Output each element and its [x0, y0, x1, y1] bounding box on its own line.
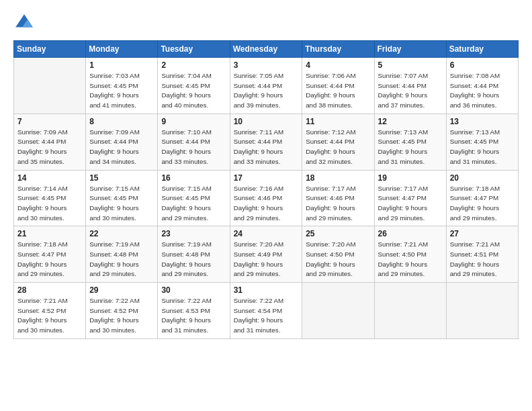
daylight-text2: and 30 minutes. [17, 214, 82, 224]
daylight-text: Daylight: 9 hours [89, 316, 154, 326]
day-info: Sunrise: 7:08 AMSunset: 4:44 PMDaylight:… [450, 71, 515, 111]
calendar-cell: 2Sunrise: 7:04 AMSunset: 4:45 PMDaylight… [158, 58, 230, 114]
calendar-cell: 30Sunrise: 7:22 AMSunset: 4:53 PMDayligh… [158, 283, 230, 339]
sunrise-text: Sunrise: 7:05 AM [234, 71, 299, 81]
day-info: Sunrise: 7:19 AMSunset: 4:48 PMDaylight:… [89, 240, 154, 279]
sunrise-text: Sunrise: 7:07 AM [378, 71, 443, 81]
day-number: 2 [161, 60, 226, 70]
daylight-text: Daylight: 9 hours [161, 316, 226, 326]
sunrise-text: Sunrise: 7:15 AM [89, 184, 154, 194]
sunset-text: Sunset: 4:46 PM [234, 193, 299, 203]
sunset-text: Sunset: 4:50 PM [306, 250, 370, 260]
sunset-text: Sunset: 4:47 PM [17, 250, 82, 260]
daylight-text2: and 39 minutes. [234, 101, 299, 111]
day-info: Sunrise: 7:11 AMSunset: 4:44 PMDaylight:… [234, 128, 299, 167]
calendar-cell: 10Sunrise: 7:11 AMSunset: 4:44 PMDayligh… [230, 113, 302, 170]
day-number: 14 [17, 173, 82, 183]
day-info: Sunrise: 7:15 AMSunset: 4:45 PMDaylight:… [161, 184, 226, 224]
sunrise-text: Sunrise: 7:14 AM [17, 184, 82, 194]
calendar-week-4: 21Sunrise: 7:18 AMSunset: 4:47 PMDayligh… [14, 226, 519, 283]
day-number: 16 [161, 173, 226, 183]
sunrise-text: Sunrise: 7:08 AM [450, 71, 515, 81]
sunrise-text: Sunrise: 7:06 AM [306, 71, 370, 81]
day-number: 31 [234, 285, 299, 295]
sunset-text: Sunset: 4:44 PM [450, 81, 515, 91]
day-number: 5 [378, 60, 443, 70]
sunset-text: Sunset: 4:49 PM [234, 250, 299, 260]
sunrise-text: Sunrise: 7:15 AM [161, 184, 226, 194]
calendar-cell: 23Sunrise: 7:19 AMSunset: 4:48 PMDayligh… [158, 226, 230, 283]
day-number: 30 [161, 285, 226, 295]
calendar-header-friday: Friday [374, 41, 446, 58]
daylight-text2: and 32 minutes. [306, 157, 370, 167]
sunrise-text: Sunrise: 7:03 AM [89, 71, 154, 81]
sunrise-text: Sunrise: 7:18 AM [17, 240, 82, 250]
daylight-text: Daylight: 9 hours [17, 147, 82, 157]
day-info: Sunrise: 7:17 AMSunset: 4:47 PMDaylight:… [378, 184, 443, 224]
sunrise-text: Sunrise: 7:20 AM [306, 240, 370, 250]
sunrise-text: Sunrise: 7:21 AM [17, 296, 82, 306]
calendar-week-5: 28Sunrise: 7:21 AMSunset: 4:52 PMDayligh… [14, 283, 519, 339]
calendar-cell: 1Sunrise: 7:03 AMSunset: 4:45 PMDaylight… [86, 58, 158, 114]
sunrise-text: Sunrise: 7:10 AM [161, 128, 226, 138]
calendar-cell: 26Sunrise: 7:21 AMSunset: 4:50 PMDayligh… [374, 226, 446, 283]
calendar-cell: 31Sunrise: 7:22 AMSunset: 4:54 PMDayligh… [230, 283, 302, 339]
day-number: 3 [234, 60, 299, 70]
daylight-text: Daylight: 9 hours [161, 260, 226, 270]
daylight-text2: and 29 minutes. [17, 269, 82, 279]
calendar-cell: 24Sunrise: 7:20 AMSunset: 4:49 PMDayligh… [230, 226, 302, 283]
daylight-text2: and 36 minutes. [450, 101, 515, 111]
day-info: Sunrise: 7:21 AMSunset: 4:51 PMDaylight:… [450, 240, 515, 279]
day-info: Sunrise: 7:06 AMSunset: 4:44 PMDaylight:… [306, 71, 370, 111]
day-info: Sunrise: 7:21 AMSunset: 4:50 PMDaylight:… [378, 240, 443, 279]
sunrise-text: Sunrise: 7:20 AM [234, 240, 299, 250]
calendar-header-wednesday: Wednesday [230, 41, 302, 58]
calendar-cell: 15Sunrise: 7:15 AMSunset: 4:45 PMDayligh… [86, 170, 158, 226]
calendar-week-1: 1Sunrise: 7:03 AMSunset: 4:45 PMDaylight… [14, 58, 519, 114]
sunrise-text: Sunrise: 7:22 AM [161, 296, 226, 306]
sunset-text: Sunset: 4:53 PM [161, 306, 226, 316]
daylight-text: Daylight: 9 hours [378, 91, 443, 101]
calendar-cell: 9Sunrise: 7:10 AMSunset: 4:44 PMDaylight… [158, 113, 230, 170]
daylight-text2: and 31 minutes. [378, 157, 443, 167]
day-info: Sunrise: 7:22 AMSunset: 4:52 PMDaylight:… [89, 296, 154, 336]
calendar-header-monday: Monday [86, 41, 158, 58]
calendar-cell: 25Sunrise: 7:20 AMSunset: 4:50 PMDayligh… [302, 226, 374, 283]
daylight-text: Daylight: 9 hours [161, 203, 226, 214]
daylight-text2: and 29 minutes. [161, 214, 226, 224]
daylight-text2: and 29 minutes. [89, 269, 154, 279]
day-info: Sunrise: 7:16 AMSunset: 4:46 PMDaylight:… [234, 184, 299, 224]
day-info: Sunrise: 7:03 AMSunset: 4:45 PMDaylight:… [89, 71, 154, 111]
calendar-table: SundayMondayTuesdayWednesdayThursdayFrid… [13, 40, 519, 339]
day-info: Sunrise: 7:07 AMSunset: 4:44 PMDaylight:… [378, 71, 443, 111]
sunset-text: Sunset: 4:44 PM [234, 81, 299, 91]
sunrise-text: Sunrise: 7:18 AM [450, 184, 515, 194]
day-number: 4 [306, 60, 370, 70]
day-info: Sunrise: 7:13 AMSunset: 4:45 PMDaylight:… [450, 128, 515, 167]
sunrise-text: Sunrise: 7:16 AM [234, 184, 299, 194]
calendar-cell: 29Sunrise: 7:22 AMSunset: 4:52 PMDayligh… [86, 283, 158, 339]
calendar-cell: 13Sunrise: 7:13 AMSunset: 4:45 PMDayligh… [446, 113, 518, 170]
sunset-text: Sunset: 4:50 PM [378, 250, 443, 260]
day-number: 6 [450, 60, 515, 70]
calendar-week-3: 14Sunrise: 7:14 AMSunset: 4:45 PMDayligh… [14, 170, 519, 226]
daylight-text2: and 30 minutes. [89, 326, 154, 336]
sunrise-text: Sunrise: 7:13 AM [378, 128, 443, 138]
sunrise-text: Sunrise: 7:19 AM [89, 240, 154, 250]
day-number: 10 [234, 117, 299, 126]
sunrise-text: Sunrise: 7:11 AM [234, 128, 299, 138]
day-number: 20 [450, 173, 515, 183]
calendar-cell [446, 283, 518, 339]
daylight-text2: and 31 minutes. [450, 157, 515, 167]
daylight-text2: and 29 minutes. [161, 269, 226, 279]
day-number: 27 [450, 229, 515, 238]
day-number: 23 [161, 229, 226, 238]
day-info: Sunrise: 7:12 AMSunset: 4:44 PMDaylight:… [306, 128, 370, 167]
daylight-text: Daylight: 9 hours [234, 316, 299, 326]
daylight-text: Daylight: 9 hours [17, 260, 82, 270]
sunrise-text: Sunrise: 7:13 AM [450, 128, 515, 138]
calendar-cell: 3Sunrise: 7:05 AMSunset: 4:44 PMDaylight… [230, 58, 302, 114]
day-info: Sunrise: 7:17 AMSunset: 4:46 PMDaylight:… [306, 184, 370, 224]
calendar-cell: 5Sunrise: 7:07 AMSunset: 4:44 PMDaylight… [374, 58, 446, 114]
daylight-text: Daylight: 9 hours [378, 260, 443, 270]
